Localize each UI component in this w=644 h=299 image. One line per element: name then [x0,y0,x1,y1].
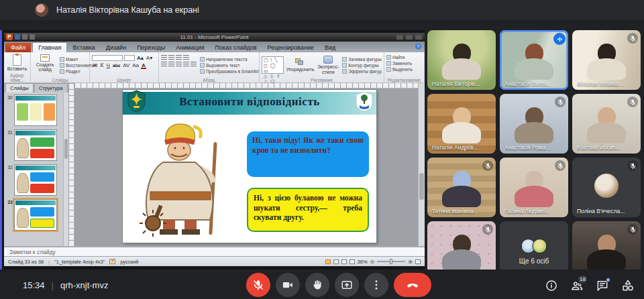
replace-button[interactable]: Заменить [386,61,422,66]
align-center-icon[interactable] [168,62,174,67]
spellcheck-icon[interactable] [109,259,115,264]
text-direction-button[interactable]: Направление текста [200,57,259,62]
more-options-button[interactable] [364,273,388,297]
strikethrough-button[interactable]: abc [112,63,121,68]
window-controls[interactable] [396,35,422,40]
leave-call-button[interactable] [394,273,431,297]
canvas-scrollbar[interactable] [418,83,425,246]
meeting-details-icon[interactable] [545,279,558,292]
zoom-out-icon[interactable]: ⊖ [370,259,375,265]
justify-icon[interactable] [183,62,189,67]
find-button[interactable]: Найти [386,55,422,60]
tab-home[interactable]: Главная [32,42,67,52]
shape-effects-button[interactable]: Эффекты фигур [342,69,382,74]
activities-icon[interactable] [621,279,635,292]
reading-view-icon[interactable] [341,259,347,264]
bold-button[interactable]: Ж [92,62,98,68]
italic-button[interactable]: К [99,62,104,68]
zoom-slider[interactable] [377,261,405,262]
char-spacing-icon[interactable]: AV [122,62,130,68]
slide-thumbnail-33-selected[interactable]: 33 [5,199,67,231]
shapes-gallery[interactable]: ▢ \ ╲ ◻ ◯ ▭△ ⇩ ⇧ ☆ ⬠ ✦ [262,56,284,74]
underline-button[interactable]: Ч [106,62,111,68]
align-right-icon[interactable] [176,62,182,67]
layout-button[interactable]: Макет [60,57,94,62]
mic-toggle-button-muted[interactable] [246,273,270,297]
notes-area[interactable]: Заметки к слайду [4,246,425,256]
slideshow-view-icon[interactable] [350,259,355,264]
more-participants-tile[interactable]: Ще 6 осіб [500,221,568,270]
tab-view[interactable]: Вид [319,43,341,52]
participant-tile[interactable]: Тетяна Іванівна... [427,158,496,217]
participant-tile[interactable]: Крістіна Йосипі... [572,94,641,154]
section-button[interactable]: Раздел [60,69,94,74]
text-direction-icon [200,57,205,62]
grow-font-icon[interactable]: A▴ [136,55,144,61]
tab-design[interactable]: Дизайн [101,43,131,52]
help-icon[interactable]: ? [415,44,421,50]
slide-thumbnail-32[interactable]: 32 [5,164,67,196]
paste-button[interactable]: Вставить [6,54,28,72]
bullets-icon[interactable] [161,55,167,60]
align-text-button[interactable]: Выровнять текст [200,63,259,68]
reset-button[interactable]: Восстановить [60,63,94,68]
slides-pane-scrollbar[interactable] [63,93,68,246]
quick-styles-button[interactable]: Экспресс-стили [317,56,339,74]
font-name-select[interactable] [92,55,123,61]
indent-increase-icon[interactable] [183,55,189,60]
participant-tile[interactable]: Наталія Вікторів... [427,30,496,90]
tab-insert[interactable]: Вставка [67,43,100,52]
font-color-button[interactable]: А [141,62,146,68]
tab-transitions[interactable]: Переходы [131,43,170,52]
camera-toggle-button[interactable] [276,273,300,297]
self-view-tile[interactable]: Ви [572,221,641,270]
present-screen-button[interactable] [335,273,359,297]
answer-box-yellow[interactable]: Ні, з цією булавою не можна шукати сестр… [247,188,369,232]
participant-tile[interactable]: Філотея Іллівна ... [572,30,641,90]
arrange-button[interactable]: Упорядочить [286,58,315,72]
cossack-character-illustration[interactable] [131,121,233,239]
participant-tile[interactable]: Анастасія Рома... [500,94,568,154]
people-panel-icon[interactable]: 18 [570,279,584,292]
shape-fill-button[interactable]: Заливка фигуры [342,57,382,62]
tab-review[interactable]: Рецензирование [262,43,320,52]
participant-tile-speaking[interactable]: Анастасія Вікто... [500,30,568,90]
slide-thumbnail-31[interactable]: 31 [5,129,67,161]
sorter-view-icon[interactable] [333,259,339,264]
participant-name: Поліна В'ячесла... [577,208,625,215]
slide-title[interactable]: Встановити відповідність [123,95,376,109]
chat-panel-icon[interactable] [596,279,609,292]
normal-view-icon[interactable] [325,259,331,264]
columns-icon[interactable] [191,62,197,67]
tab-slideshow[interactable]: Показ слайдов [210,43,262,52]
tab-file[interactable]: Файл [5,43,31,52]
shrink-font-icon[interactable]: A▾ [146,55,153,61]
quick-access-toolbar[interactable]: P [6,34,35,40]
participant-tile[interactable]: Поліна В'ячесла... [572,158,641,217]
numbering-icon[interactable] [168,55,174,60]
tab-animations[interactable]: Анимация [170,43,209,52]
redo-icon[interactable] [30,34,35,40]
save-icon[interactable] [15,34,20,40]
indent-decrease-icon[interactable] [176,55,182,60]
participant-tile[interactable]: Галина Людвигі... [500,158,568,217]
new-slide-button[interactable]: Создать слайд [33,54,57,76]
raise-hand-button[interactable] [305,273,329,297]
fit-to-window-icon[interactable] [415,259,421,264]
font-size-select[interactable] [124,55,135,61]
pane-tab-outline[interactable]: Структура [34,83,68,93]
align-left-icon[interactable] [161,62,167,67]
participant-tile[interactable]: Наталія Андріїв... [427,94,496,154]
pane-tab-slides[interactable]: Слайды [5,83,34,93]
zoom-in-icon[interactable]: ⊕ [408,259,413,265]
language-indicator[interactable]: русский [120,259,138,265]
participant-count-badge: 18 [577,274,588,284]
undo-icon[interactable] [22,34,28,40]
answer-box-blue[interactable]: Ні, таки піду! Як же таки свою кров та н… [247,131,369,177]
slide-thumbnail-30[interactable]: 30 [5,95,67,126]
change-case-icon[interactable]: Aa [131,62,140,68]
shape-outline-button[interactable]: Контур фигуры [342,63,382,68]
participant-tile[interactable]: Анна Вікторівна... [427,221,496,270]
select-button[interactable]: Выделить [386,67,422,72]
smartart-button[interactable]: Преобразовать в SmartArt [200,69,259,74]
